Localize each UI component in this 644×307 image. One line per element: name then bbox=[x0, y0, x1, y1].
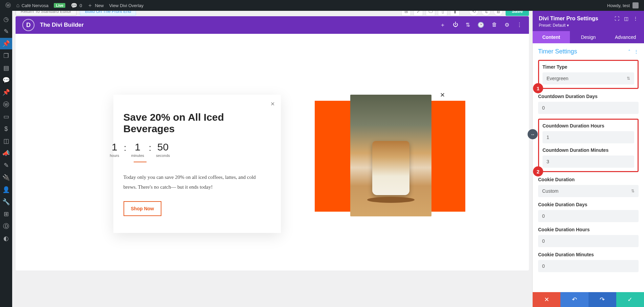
cookie-minutes-label: Cookie Duration Minutes bbox=[538, 252, 639, 257]
return-standard-editor-button[interactable]: Return To Standard Editor bbox=[16, 11, 76, 16]
trash-icon[interactable]: 🗑 bbox=[492, 22, 497, 29]
panel-more-icon[interactable]: ⋮ bbox=[633, 16, 638, 21]
sidebar-plugins-icon[interactable]: 🔌 bbox=[0, 172, 12, 183]
sidebar-pin-icon[interactable]: ✎ bbox=[0, 26, 12, 37]
cookie-minutes-input[interactable] bbox=[538, 260, 639, 272]
sidebar-box-icon[interactable]: $ bbox=[0, 123, 12, 135]
wp-adminbar: ⓦ ⌂Café Nervosa Live 💬0 ＋New View Divi O… bbox=[0, 0, 644, 11]
sort-icon[interactable]: ⇅ bbox=[466, 22, 470, 29]
footer-redo-button[interactable]: ↷ bbox=[589, 292, 616, 307]
site-name-link[interactable]: ⌂Café Nervosa bbox=[14, 0, 51, 11]
countdown-seconds-value: 50 bbox=[156, 141, 170, 153]
editor-column: Return To Standard Editor Build On The F… bbox=[12, 11, 532, 307]
history-icon[interactable]: 🕑 bbox=[478, 22, 484, 29]
tab-advanced[interactable]: Advanced bbox=[607, 31, 644, 43]
section-more-icon[interactable]: ⋮ bbox=[634, 49, 639, 54]
duration-minutes-input[interactable] bbox=[542, 156, 634, 168]
tablet-view-icon[interactable]: ▯ bbox=[438, 11, 447, 16]
new-content-link[interactable]: ＋New bbox=[85, 0, 106, 11]
footer-undo-button[interactable]: ↶ bbox=[560, 292, 588, 307]
sidebar-collapse-icon[interactable]: ◐ bbox=[0, 233, 12, 244]
more-icon[interactable]: ⋮ bbox=[517, 22, 522, 29]
popup-close-inner-icon[interactable]: ✕ bbox=[270, 101, 275, 107]
sidebar-comments-icon[interactable]: 💬 bbox=[0, 74, 12, 86]
footer-cancel-button[interactable]: ✕ bbox=[533, 292, 560, 307]
countdown-hours-label: hours bbox=[110, 154, 119, 158]
sidebar-pages-icon[interactable]: ▤ bbox=[0, 62, 12, 74]
settings-tabs: Content Design Advanced bbox=[533, 31, 644, 43]
countdown-minutes-label: minutes bbox=[131, 154, 144, 158]
sidebar-appearance-icon[interactable]: ✎ bbox=[0, 160, 12, 171]
user-avatar[interactable] bbox=[632, 2, 639, 8]
desktop-view-icon[interactable]: 🖵 bbox=[426, 11, 435, 16]
duration-hours-input[interactable] bbox=[542, 131, 634, 143]
sidebar-users-icon[interactable]: 👤 bbox=[0, 184, 12, 195]
power-icon[interactable]: ⏻ bbox=[453, 22, 458, 29]
sidebar-card-icon[interactable]: ▭ bbox=[0, 111, 12, 122]
settings-body: Timer Settings ˄ ⋮ 1 Timer Type Evergree… bbox=[533, 43, 644, 292]
tab-design[interactable]: Design bbox=[570, 31, 607, 43]
sidebar-projects-icon[interactable]: 📌 bbox=[0, 87, 12, 98]
save-button[interactable]: Save bbox=[506, 11, 529, 16]
sidebar-analytics-icon[interactable]: ◫ bbox=[0, 135, 12, 147]
comments-count: 0 bbox=[80, 3, 82, 8]
portability-round-icon[interactable]: ⇅ bbox=[481, 11, 491, 16]
countdown-separator: : bbox=[124, 141, 126, 153]
view-overlay-text: View Divi Overlay bbox=[109, 3, 143, 8]
builder-canvas: ✕ ✕ Save 20% on All Iced Beverages 1 hou… bbox=[16, 34, 529, 270]
panel-resize-handle[interactable]: ↔ bbox=[528, 129, 538, 139]
build-front-end-button[interactable]: Build On The Front End bbox=[80, 11, 136, 16]
shop-now-button[interactable]: Shop Now bbox=[124, 201, 161, 216]
settings-footer: ✕ ↶ ↷ ✓ bbox=[533, 292, 644, 307]
duration-hours-minutes-group: 2 Countdown Duration Hours Countdown Dur… bbox=[538, 119, 639, 172]
duration-days-group: Countdown Duration Days bbox=[538, 94, 639, 114]
sidebar-media-icon[interactable]: ❐ bbox=[0, 50, 12, 62]
wireframe-view-icon[interactable]: ⤢ bbox=[414, 11, 423, 16]
footer-confirm-button[interactable]: ✓ bbox=[616, 292, 644, 307]
popup-heading: Save 20% on All Iced Beverages bbox=[124, 112, 267, 135]
cookie-duration-select[interactable]: Custom bbox=[538, 185, 639, 197]
expand-icon[interactable]: ⛶ bbox=[615, 16, 619, 21]
popup-content-panel: ✕ Save 20% on All Iced Beverages 1 hours… bbox=[113, 95, 281, 233]
divi-builder-title: The Divi Builder bbox=[40, 22, 84, 28]
countdown-hours-value: 1 bbox=[110, 141, 119, 153]
section-collapse-icon[interactable]: ˄ bbox=[628, 49, 630, 54]
cookie-days-label: Cookie Duration Days bbox=[538, 202, 639, 207]
live-status[interactable]: Live bbox=[51, 0, 68, 11]
grid-view-icon[interactable]: ⊞ bbox=[401, 11, 411, 16]
history-round-icon[interactable]: ⟲ bbox=[469, 11, 479, 16]
settings-header: Divi Timer Pro Settings ⛶ ◫ ⋮ Preset: De… bbox=[533, 11, 644, 31]
wp-logo[interactable]: ⓦ bbox=[3, 0, 14, 11]
comments-link[interactable]: 💬0 bbox=[68, 0, 85, 11]
editor-top-bar: Return To Standard Editor Build On The F… bbox=[16, 11, 529, 16]
sidebar-woo-icon[interactable]: ⓦ bbox=[0, 99, 12, 110]
countdown-seconds-label: seconds bbox=[156, 154, 170, 158]
add-icon[interactable]: ＋ bbox=[440, 22, 445, 29]
cookie-days-input[interactable] bbox=[538, 210, 639, 222]
sidebar-dashboard-icon[interactable]: ◷ bbox=[0, 14, 12, 25]
sidebar-settings-icon[interactable]: ⊞ bbox=[0, 208, 12, 220]
live-badge: Live bbox=[54, 3, 65, 8]
wp-admin-sidebar: ◷ ✎ 📌 ❐ ▤ 💬 📌 ⓦ ▭ $ ◫ 📣 ✎ 🔌 👤 🔧 ⊞ Ⓓ ◐ bbox=[0, 11, 12, 307]
phone-view-icon[interactable]: ▮ bbox=[450, 11, 460, 16]
sidebar-active-icon[interactable]: 📌 bbox=[0, 38, 12, 49]
duration-days-input[interactable] bbox=[538, 102, 639, 114]
annotation-badge-2: 2 bbox=[533, 166, 543, 176]
tab-content[interactable]: Content bbox=[533, 31, 570, 43]
cookie-hours-input[interactable] bbox=[538, 235, 639, 247]
countdown-minutes-value: 1 bbox=[131, 141, 144, 153]
preset-selector[interactable]: Preset: Default ▾ bbox=[539, 23, 638, 28]
sidebar-marketing-icon[interactable]: 📣 bbox=[0, 147, 12, 159]
popup-body-text: Today only you can save 20% on all iced … bbox=[124, 172, 267, 192]
view-overlay-link[interactable]: View Divi Overlay bbox=[106, 0, 146, 11]
section-title: Timer Settings bbox=[538, 48, 577, 55]
duration-minutes-label: Countdown Duration Minutes bbox=[542, 147, 634, 153]
popup-close-outer-icon[interactable]: ✕ bbox=[440, 91, 445, 99]
sidebar-divi-icon[interactable]: Ⓓ bbox=[0, 220, 12, 232]
gear-icon[interactable]: ⚙ bbox=[505, 22, 509, 29]
clear-round-icon[interactable]: 🗑 bbox=[493, 11, 503, 16]
timer-type-select[interactable]: Evergreen bbox=[542, 72, 634, 85]
snap-icon[interactable]: ◫ bbox=[624, 16, 628, 21]
sidebar-tools-icon[interactable]: 🔧 bbox=[0, 196, 12, 208]
countdown-separator: : bbox=[149, 141, 151, 153]
